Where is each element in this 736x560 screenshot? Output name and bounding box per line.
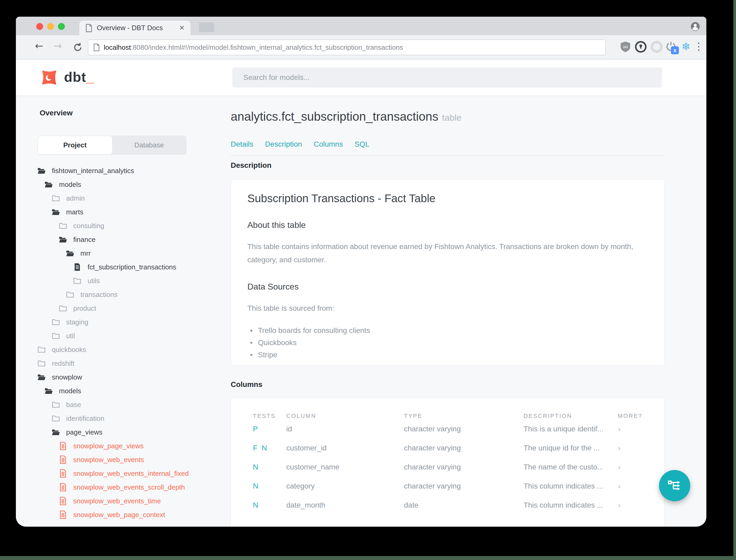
tree-item-utils[interactable]: utils — [16, 274, 222, 288]
ublock-extension-icon[interactable]: uo — [619, 40, 632, 53]
tests-badge: N — [253, 482, 286, 490]
columns-card: TESTSCOLUMNTYPEDESCRIPTIONMORE? Pidchara… — [231, 398, 665, 527]
tree-item-mrr[interactable]: mrr — [16, 246, 222, 260]
folder-icon — [37, 359, 46, 368]
expand-row-chevron-icon[interactable]: › — [618, 482, 654, 491]
column-type: character varying — [404, 425, 523, 433]
nav-link-sql[interactable]: SQL — [355, 140, 369, 148]
columns-table-body: Pidcharacter varyingThis is a unique ide… — [231, 419, 664, 515]
column-type: character varying — [404, 482, 523, 490]
expand-row-chevron-icon[interactable]: › — [618, 424, 654, 434]
zoom-window-button[interactable] — [58, 23, 65, 30]
tab-database[interactable]: Database — [112, 136, 187, 154]
description-section-heading: Description — [231, 161, 272, 170]
profile-avatar-icon[interactable] — [690, 21, 701, 32]
back-button[interactable]: ← — [35, 40, 43, 52]
file-icon — [73, 263, 82, 272]
sidebar-overview-link[interactable]: Overview — [40, 109, 73, 117]
tree-item-consulting[interactable]: consulting — [16, 219, 222, 233]
table-row-id[interactable]: Pidcharacter varyingThis is a unique ide… — [231, 419, 664, 439]
browser-tab[interactable]: Overview - DBT Docs ✕ — [79, 21, 191, 35]
folder-open-icon — [66, 249, 75, 258]
tree-item-label: finance — [73, 236, 96, 244]
tree-item-snowplow_web_events_scroll_depth[interactable]: snowplow_web_events_scroll_depth — [16, 480, 222, 494]
lineage-graph-button[interactable] — [659, 470, 690, 501]
tree-item-models[interactable]: models — [16, 384, 222, 398]
column-name: customer_id — [286, 444, 404, 452]
tree-item-base[interactable]: base — [16, 398, 222, 412]
table-row-category[interactable]: Ncategorycharacter varyingThis column in… — [231, 477, 664, 496]
dbt-logo-icon[interactable] — [39, 67, 59, 88]
file-icon — [58, 441, 67, 450]
tests-badge: N — [253, 501, 286, 509]
minimize-window-button[interactable] — [47, 23, 54, 30]
folder-open-icon — [51, 428, 60, 437]
tree-item-snowplow_web_page_context[interactable]: snowplow_web_page_context — [16, 508, 222, 522]
tree-item-label: snowplow_page_views — [73, 442, 144, 450]
tree-item-label: utils — [88, 277, 100, 285]
expand-row-chevron-icon[interactable]: › — [618, 444, 654, 453]
table-row-customer_id[interactable]: F Ncustomer_idcharacter varyingThe uniqu… — [231, 439, 664, 458]
nav-link-description[interactable]: Description — [265, 140, 302, 148]
tree-item-quickbooks[interactable]: quickbooks — [16, 343, 222, 356]
file-icon — [58, 510, 67, 519]
sidebar-view-switch: Project Database — [38, 136, 187, 155]
folder-icon — [58, 221, 67, 230]
tree-item-fct_subscription_transactions[interactable]: fct_subscription_transactions — [16, 260, 222, 274]
new-tab-button[interactable] — [199, 22, 214, 32]
expand-row-chevron-icon[interactable]: › — [618, 501, 654, 510]
extension-badge: x — [671, 46, 679, 54]
tree-item-snowplow_page_views[interactable]: snowplow_page_views — [16, 439, 222, 453]
tree-item-staging[interactable]: staging — [16, 315, 222, 329]
browser-menu-icon[interactable]: ⋮ — [694, 40, 706, 53]
tree-item-snowplow_web_events_internal_fixed[interactable]: snowplow_web_events_internal_fixed — [16, 467, 222, 480]
search-input[interactable] — [244, 73, 651, 82]
tree-item-redshift[interactable]: redshift — [16, 356, 222, 370]
close-window-button[interactable] — [36, 23, 43, 30]
tree-item-page_views[interactable]: page_views — [16, 425, 222, 439]
tree-item-identification[interactable]: identification — [16, 412, 222, 425]
file-icon — [58, 496, 67, 505]
expand-row-chevron-icon[interactable]: › — [618, 463, 654, 472]
tree-item-snowplow[interactable]: snowplow — [16, 370, 222, 384]
tree-item-transactions[interactable]: transactions — [16, 288, 222, 301]
tree-item-label: snowplow — [52, 373, 82, 381]
tests-badge: P — [253, 425, 286, 433]
folder-open-icon — [44, 386, 53, 395]
onepassword-extension-icon[interactable] — [634, 40, 647, 53]
tree-item-snowplow_web_events[interactable]: snowplow_web_events — [16, 453, 222, 467]
tree-item-util[interactable]: util — [16, 329, 222, 343]
model-search[interactable] — [232, 67, 662, 88]
snowflake-extension-icon[interactable]: ❄ — [681, 40, 694, 53]
tree-item-models[interactable]: models — [16, 178, 222, 191]
nav-link-columns[interactable]: Columns — [314, 140, 343, 148]
tab-project[interactable]: Project — [38, 136, 112, 154]
gray-circle-extension-icon[interactable] — [650, 40, 663, 53]
url-path: :8080/index.html#!/model/model.fishtown_… — [131, 43, 403, 51]
tree-item-fishtown_internal_analytics[interactable]: fishtown_internal_analytics — [16, 164, 222, 178]
column-type: character varying — [404, 463, 523, 471]
tree-item-label: identification — [66, 414, 105, 423]
page-title: analytics.fct_subscription_transactionst… — [231, 109, 462, 124]
tree-item-snowplow_web_events_time[interactable]: snowplow_web_events_time — [16, 494, 222, 508]
source-item: Trello boards for consulting clients — [247, 324, 648, 337]
url-bar[interactable]: localhost:8080/index.html#!/model/model.… — [88, 39, 606, 55]
folder-icon — [51, 400, 60, 409]
power-extension-icon[interactable]: x — [665, 40, 678, 53]
tree-item-finance[interactable]: finance — [16, 233, 222, 246]
table-row-date_month[interactable]: Ndate_monthdateThis column indicates ...… — [231, 496, 664, 515]
columns-table-header: TESTSCOLUMNTYPEDESCRIPTIONMORE? — [231, 413, 664, 419]
tree-item-admin[interactable]: admin — [16, 191, 222, 205]
tree-item-marts[interactable]: marts — [16, 205, 222, 219]
tests-badge: F N — [253, 444, 286, 452]
tree-item-product[interactable]: product — [16, 301, 222, 315]
forward-button[interactable]: → — [53, 40, 62, 52]
nav-link-details[interactable]: Details — [231, 140, 254, 148]
tree-item-label: mrr — [80, 249, 91, 258]
dbt-logo-text[interactable]: dbt_ — [64, 69, 94, 85]
folder-icon — [66, 290, 75, 299]
reload-button[interactable] — [73, 42, 83, 53]
table-row-customer_name[interactable]: Ncustomer_namecharacter varyingThe name … — [231, 458, 664, 477]
folder-icon — [51, 331, 60, 340]
tab-close-icon[interactable]: ✕ — [179, 24, 185, 32]
